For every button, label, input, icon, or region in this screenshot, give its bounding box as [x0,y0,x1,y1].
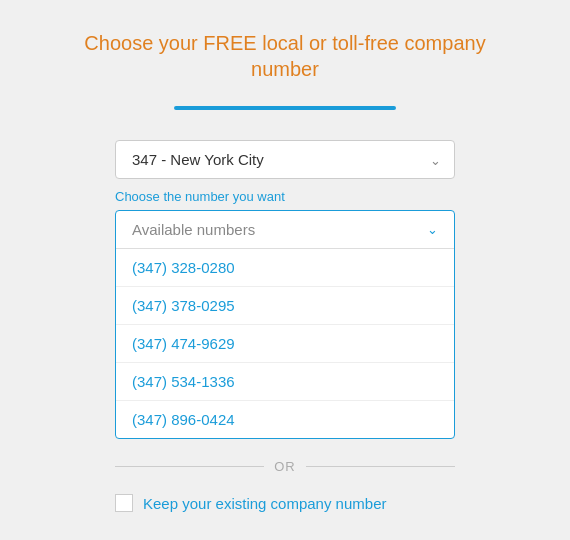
numbers-dropdown-chevron-icon: ⌄ [427,222,438,237]
keep-number-row: Keep your existing company number [115,494,455,512]
tollfree-toggle-button[interactable]: Toll-free [276,108,393,110]
numbers-header-text: Available numbers [132,221,255,238]
area-code-select[interactable]: 347 - New York City [115,140,455,179]
form-section: 347 - New York City ⌄ Choose the number … [115,140,455,512]
available-numbers-dropdown: Available numbers ⌄ (347) 328-0280 (347)… [115,210,455,439]
number-item[interactable]: (347) 896-0424 [116,401,454,438]
choose-number-label: Choose the number you want [115,189,455,204]
number-item[interactable]: (347) 474-9629 [116,325,454,363]
keep-number-label[interactable]: Keep your existing company number [143,495,386,512]
page-container: Choose your FREE local or toll-free comp… [0,0,570,540]
number-type-toggle: Local Toll-free [174,106,395,110]
page-title: Choose your FREE local or toll-free comp… [60,30,510,82]
numbers-dropdown-header[interactable]: Available numbers ⌄ [116,211,454,249]
or-divider: or [115,459,455,474]
area-code-wrapper: 347 - New York City ⌄ [115,140,455,179]
number-item[interactable]: (347) 534-1336 [116,363,454,401]
number-item[interactable]: (347) 328-0280 [116,249,454,287]
number-item[interactable]: (347) 378-0295 [116,287,454,325]
local-toggle-button[interactable]: Local [176,108,276,110]
keep-number-checkbox[interactable] [115,494,133,512]
